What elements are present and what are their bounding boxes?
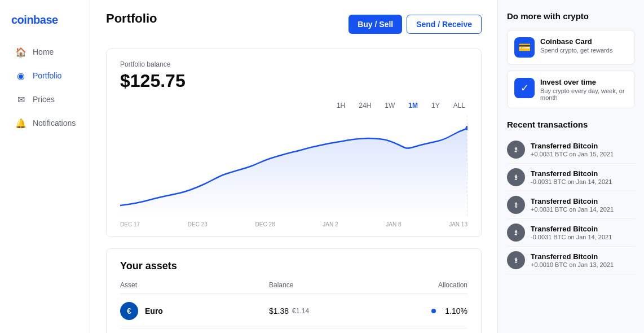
tx-detail: +0.0010 BTC on Jan 13, 2021 — [531, 261, 614, 268]
promo-card-desc: Buy crypto every day, week, or month — [540, 87, 628, 101]
notifications-icon: 🔔 — [16, 118, 26, 128]
tx-detail: -0.0031 BTC on Jan 14, 2021 — [531, 178, 612, 185]
portfolio-chart-section: Portfolio balance $125.75 1H24H1W1M1YALL — [106, 49, 482, 237]
action-buttons: Buy / Sell Send / Receive — [349, 15, 482, 34]
chart-x-labels: DEC 17DEC 23DEC 28JAN 2JAN 8JAN 13 — [120, 221, 467, 227]
sidebar-item-portfolio[interactable]: ◉ Portfolio — [5, 65, 85, 86]
page-title: Portfolio — [106, 11, 157, 26]
sidebar-item-prices[interactable]: ✉ Prices — [5, 89, 85, 110]
col-header-asset: Asset — [120, 281, 269, 289]
tx-title: Transferred Bitcoin — [531, 225, 612, 233]
timeframe-1w[interactable]: 1W — [382, 100, 397, 111]
logo: coinbase — [0, 9, 90, 40]
tx-icon: ₿ — [507, 224, 525, 242]
buy-sell-button[interactable]: Buy / Sell — [349, 15, 402, 34]
portfolio-chart — [120, 115, 467, 217]
sidebar-item-notifications[interactable]: 🔔 Notifications — [5, 112, 85, 134]
asset-icon: € — [120, 302, 138, 320]
chart-x-label: DEC 17 — [120, 221, 140, 227]
sidebar-label-home: Home — [33, 47, 54, 56]
balance-label: Portfolio balance — [120, 60, 467, 68]
home-icon: 🏠 — [16, 47, 26, 57]
portfolio-icon: ◉ — [16, 71, 26, 81]
promo-card-title: Invest over time — [540, 78, 628, 86]
recent-tx-title: Recent transactions — [507, 120, 635, 129]
asset-row-euro[interactable]: € Euro $1.38 €1.14 1.10% — [120, 294, 467, 328]
transaction-list: ₿ Transferred Bitcoin +0.0031 BTC on Jan… — [507, 136, 635, 274]
promo-icon: 💳 — [514, 37, 535, 58]
top-row: Portfolio Buy / Sell Send / Receive — [106, 11, 482, 37]
assets-section: Your assets Asset Balance Allocation € E… — [106, 248, 482, 333]
tx-item-2[interactable]: ₿ Transferred Bitcoin +0.0031 BTC on Jan… — [507, 191, 635, 219]
tx-title: Transferred Bitcoin — [531, 142, 614, 150]
tx-title: Transferred Bitcoin — [531, 252, 614, 261]
tx-icon: ₿ — [507, 196, 525, 214]
assets-table-header: Asset Balance Allocation — [120, 281, 467, 294]
sidebar-item-home[interactable]: 🏠 Home — [5, 41, 85, 63]
asset-balance-col: $1.38 €1.14 — [269, 306, 368, 316]
assets-title: Your assets — [120, 260, 467, 272]
timeframe-1m[interactable]: 1M — [406, 100, 420, 111]
asset-name: Euro — [145, 306, 163, 316]
allocation-dot — [431, 309, 436, 313]
timeframe-1h[interactable]: 1H — [334, 100, 347, 111]
promo-card-title: Coinbase Card — [540, 37, 612, 46]
timeframe-24h[interactable]: 24H — [356, 100, 373, 111]
promo-icon: ✓ — [514, 78, 535, 98]
chart-x-label: DEC 28 — [255, 221, 275, 227]
col-header-allocation: Allocation — [368, 281, 467, 289]
sidebar-label-portfolio: Portfolio — [33, 71, 61, 80]
timeframe-all[interactable]: ALL — [451, 100, 467, 111]
tx-detail: +0.0031 BTC on Jan 14, 2021 — [531, 206, 614, 213]
main-content: Portfolio Buy / Sell Send / Receive Port… — [90, 0, 497, 333]
balance-value: $125.75 — [120, 71, 467, 91]
chart-x-label: JAN 13 — [449, 221, 467, 227]
chart-x-label: JAN 8 — [386, 221, 401, 227]
allocation-col: 1.10% — [368, 306, 467, 316]
do-more-title: Do more with crypto — [507, 11, 635, 21]
tx-item-3[interactable]: ₿ Transferred Bitcoin -0.0031 BTC on Jan… — [507, 219, 635, 247]
sidebar-label-prices: Prices — [33, 95, 55, 104]
balance-primary: $1.38 — [269, 306, 289, 316]
tx-title: Transferred Bitcoin — [531, 169, 612, 178]
tx-detail: -0.0031 BTC on Jan 14, 2021 — [531, 234, 612, 240]
tx-item-0[interactable]: ₿ Transferred Bitcoin +0.0031 BTC on Jan… — [507, 136, 635, 164]
promo-cards: 💳 Coinbase Card Spend crypto, get reward… — [507, 30, 635, 108]
tx-icon: ₿ — [507, 251, 525, 269]
tx-icon: ₿ — [507, 168, 525, 186]
tx-detail: +0.0031 BTC on Jan 15, 2021 — [531, 151, 614, 157]
col-header-balance: Balance — [269, 281, 368, 289]
tx-item-4[interactable]: ₿ Transferred Bitcoin +0.0010 BTC on Jan… — [507, 247, 635, 274]
right-panel: Do more with crypto 💳 Coinbase Card Spen… — [497, 0, 644, 333]
allocation-value: 1.10% — [440, 306, 467, 316]
tx-title: Transferred Bitcoin — [531, 197, 614, 205]
send-receive-button[interactable]: Send / Receive — [407, 15, 482, 34]
sidebar: coinbase 🏠 Home ◉ Portfolio ✉ Prices 🔔 N… — [0, 0, 90, 333]
tx-icon: ₿ — [507, 141, 525, 159]
promo-card-desc: Spend crypto, get rewards — [540, 47, 612, 54]
promo-card-invest-over-time[interactable]: ✓ Invest over time Buy crypto every day,… — [507, 71, 635, 108]
assets-list: € Euro $1.38 €1.14 1.10% $ USD Coin $0.0… — [120, 294, 467, 333]
asset-name-col: € Euro — [120, 302, 269, 320]
chart-x-label: JAN 2 — [323, 221, 338, 227]
tx-item-1[interactable]: ₿ Transferred Bitcoin -0.0031 BTC on Jan… — [507, 164, 635, 191]
balance-secondary: €1.14 — [292, 307, 309, 315]
timeframe-selector: 1H24H1W1M1YALL — [120, 100, 467, 111]
timeframe-1y[interactable]: 1Y — [429, 100, 442, 111]
sidebar-label-notifications: Notifications — [33, 119, 76, 128]
chart-x-label: DEC 23 — [188, 221, 208, 227]
promo-card-coinbase-card[interactable]: 💳 Coinbase Card Spend crypto, get reward… — [507, 30, 635, 65]
asset-row-usd-coin[interactable]: $ USD Coin $0.00 0 USDC 0% — [120, 328, 467, 333]
prices-icon: ✉ — [16, 94, 26, 104]
